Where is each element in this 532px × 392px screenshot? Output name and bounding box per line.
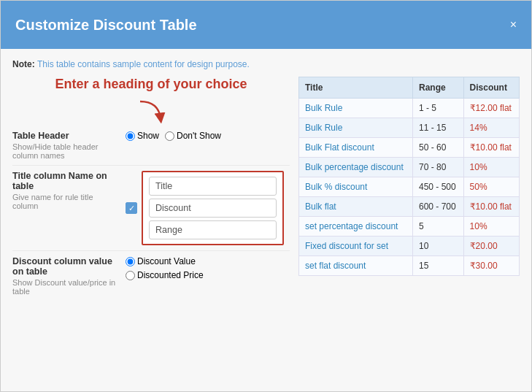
radio-discounted-price[interactable]: Discounted Price — [126, 270, 204, 280]
heading-banner-text: Enter a heading of your choice — [55, 77, 247, 91]
label-title-discount-value: Discount column value on table — [12, 256, 120, 277]
td-title: Bulk Flat discount — [299, 138, 413, 158]
table-row: Bulk Rule1 - 5₹12.00 flat — [299, 99, 520, 118]
td-title: Bulk Rule — [299, 99, 413, 118]
radio-group-discount-value: Discount Value Discounted Price — [126, 256, 204, 280]
label-desc-title-column: Give name for rule title column — [12, 193, 120, 210]
modal-title: Customize Discount Table — [15, 17, 197, 34]
label-desc-discount-value: Show Discount value/price in table — [12, 278, 120, 296]
table-row: set percentage discount510% — [299, 217, 520, 237]
table-row: Bulk Flat discount50 - 60₹10.00 flat — [299, 138, 520, 158]
arrow-icon — [133, 98, 169, 124]
discount-input[interactable] — [149, 199, 277, 218]
radio-discount-value[interactable]: Discount Value — [126, 256, 196, 266]
radio-group-table-header: Show Don't Show — [126, 131, 221, 141]
modal-header: Customize Discount Table × — [1, 1, 531, 49]
td-range: 1 - 5 — [412, 99, 463, 118]
control-discount-value: Discount Value Discounted Price — [126, 256, 290, 280]
modal-container: Customize Discount Table × Note: This ta… — [0, 0, 532, 392]
td-title: set flat discount — [299, 256, 413, 276]
radio-dontshow-input[interactable] — [165, 131, 174, 141]
form-label-table-header: Table Header Show/Hide table header colu… — [12, 131, 126, 160]
right-panel: Title Range Discount Bulk Rule1 - 5₹12.0… — [298, 77, 520, 381]
td-discount: ₹20.00 — [463, 237, 519, 256]
form-row-title-column: Title column Name on table Give name for… — [12, 166, 290, 251]
radio-show-label: Show — [137, 131, 159, 141]
radio-discount-value-input[interactable] — [126, 257, 135, 266]
td-title: Bulk percentage discount — [299, 158, 413, 177]
label-desc-table-header: Show/Hide table header column names — [12, 142, 120, 160]
note-bar: Note: This table contains sample content… — [12, 59, 520, 69]
th-discount: Discount — [463, 77, 519, 99]
radio-discounted-price-input[interactable] — [126, 271, 135, 280]
table-row: Bulk Rule11 - 1514% — [299, 118, 520, 138]
td-title: Bulk % discount — [299, 177, 413, 197]
table-header-row: Title Range Discount — [299, 77, 520, 99]
td-range: 5 — [412, 217, 463, 237]
td-discount: ₹12.00 flat — [463, 99, 519, 118]
td-range: 10 — [412, 237, 463, 256]
form-row-discount-value: Discount column value on table Show Disc… — [12, 251, 290, 301]
td-title: Bulk flat — [299, 197, 413, 217]
radio-dontshow-label: Don't Show — [177, 131, 221, 141]
red-border-inputs — [142, 171, 284, 245]
form-label-discount-value: Discount column value on table Show Disc… — [12, 256, 126, 296]
radio-discount-value-label: Discount Value — [137, 256, 196, 266]
table-row: Bulk % discount450 - 50050% — [299, 177, 520, 197]
radio-dontshow[interactable]: Don't Show — [165, 131, 221, 141]
th-title: Title — [299, 77, 413, 99]
td-discount: 10% — [463, 158, 519, 177]
title-input[interactable] — [149, 177, 277, 196]
td-range: 50 - 60 — [412, 138, 463, 158]
form-row-table-header: Table Header Show/Hide table header colu… — [12, 126, 290, 166]
td-title: Fixed discount for set — [299, 237, 413, 256]
radio-show[interactable]: Show — [126, 131, 159, 141]
table-body: Bulk Rule1 - 5₹12.00 flatBulk Rule11 - 1… — [299, 99, 520, 276]
table-row: set flat discount15₹30.00 — [299, 256, 520, 276]
label-title-title-column: Title column Name on table — [12, 171, 120, 191]
td-title: Bulk Rule — [299, 118, 413, 138]
close-button[interactable]: × — [510, 19, 517, 31]
td-discount: 14% — [463, 118, 519, 138]
radio-discounted-price-label: Discounted Price — [137, 270, 204, 280]
radio-show-input[interactable] — [126, 131, 135, 141]
table-row: Fixed discount for set10₹20.00 — [299, 237, 520, 256]
td-discount: ₹10.00 flat — [463, 197, 519, 217]
form-label-title-column: Title column Name on table Give name for… — [12, 171, 126, 210]
td-discount: 10% — [463, 217, 519, 237]
title-checkbox-row: ✓ — [126, 171, 284, 245]
control-title-column: ✓ — [126, 171, 290, 245]
range-input[interactable] — [149, 220, 277, 239]
td-discount: ₹30.00 — [463, 256, 519, 276]
discount-table: Title Range Discount Bulk Rule1 - 5₹12.0… — [298, 77, 520, 276]
content-area: Enter a heading of your choice — [12, 77, 520, 381]
table-row: Bulk percentage discount70 - 8010% — [299, 158, 520, 177]
td-discount: ₹10.00 flat — [463, 138, 519, 158]
note-text: This table contains sample content for d… — [37, 59, 250, 69]
control-table-header: Show Don't Show — [126, 131, 290, 141]
th-range: Range — [412, 77, 463, 99]
td-range: 11 - 15 — [412, 118, 463, 138]
td-range: 70 - 80 — [412, 158, 463, 177]
td-title: set percentage discount — [299, 217, 413, 237]
heading-banner: Enter a heading of your choice — [12, 77, 290, 92]
title-checkbox-icon[interactable]: ✓ — [126, 202, 137, 214]
td-range: 15 — [412, 256, 463, 276]
form-section: Table Header Show/Hide table header colu… — [12, 126, 290, 301]
label-title-table-header: Table Header — [12, 131, 120, 141]
td-discount: 50% — [463, 177, 519, 197]
td-range: 600 - 700 — [412, 197, 463, 217]
modal-body: Note: This table contains sample content… — [1, 49, 531, 391]
td-range: 450 - 500 — [412, 177, 463, 197]
table-row: Bulk flat600 - 700₹10.00 flat — [299, 197, 520, 217]
note-prefix: Note: — [12, 59, 37, 69]
arrow-hint — [12, 98, 290, 124]
left-panel: Enter a heading of your choice — [12, 77, 290, 381]
